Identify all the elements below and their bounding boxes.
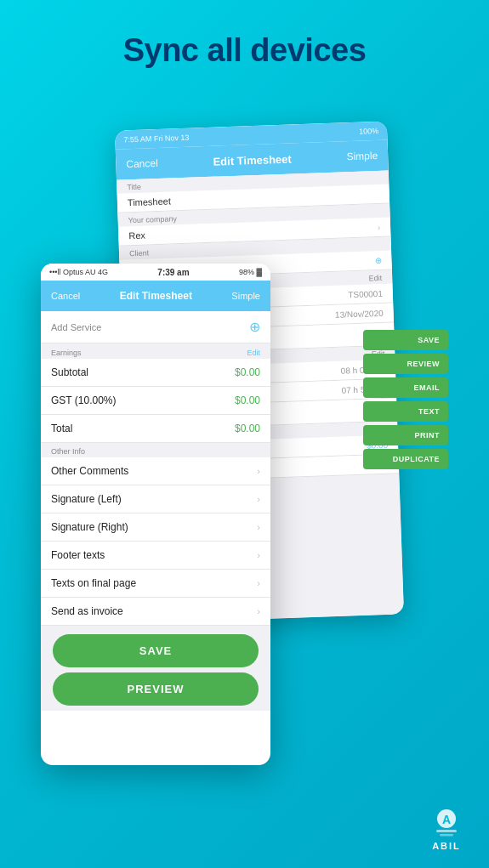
front-simple[interactable]: Simple — [231, 291, 260, 301]
front-row-send-invoice[interactable]: Send as invoice › — [41, 598, 270, 626]
sig-left-chevron: › — [257, 494, 260, 504]
add-service-label: Add Service — [51, 322, 101, 332]
back-simple[interactable]: Simple — [346, 150, 378, 162]
front-content: Add Service ⊕ Earnings Edit Subtotal $0.… — [41, 311, 270, 711]
phone-front: •••ll Optus AU 4G 7:39 am 98% ▓ Cancel E… — [41, 264, 270, 765]
texts-final-label: Texts on final page — [51, 577, 136, 589]
logo-area: A ABIL — [429, 805, 463, 851]
front-row-texts-final[interactable]: Texts on final page › — [41, 570, 270, 598]
front-row-other-comments[interactable]: Other Comments › — [41, 457, 270, 485]
send-invoice-label: Send as invoice — [51, 605, 123, 617]
app-logo-icon: A — [429, 805, 463, 839]
other-comments-chevron: › — [257, 466, 260, 476]
other-comments-label: Other Comments — [51, 465, 128, 477]
subtotal-label: Subtotal — [51, 366, 88, 378]
svg-text:A: A — [442, 813, 451, 826]
front-status-bar: •••ll Optus AU 4G 7:39 am 98% ▓ — [41, 264, 270, 281]
add-service-icon[interactable]: ⊕ — [249, 319, 260, 335]
front-battery: 98% ▓ — [239, 268, 262, 276]
front-nav-bar: Cancel Edit Timesheet Simple — [41, 281, 270, 311]
action-btn-save[interactable]: SAVE — [363, 330, 448, 350]
back-title: Edit Timesheet — [213, 152, 292, 167]
earnings-edit[interactable]: Edit — [247, 349, 260, 357]
front-row-gst: GST (10.00%) $0.00 — [41, 387, 270, 415]
front-row-total: Total $0.00 — [41, 415, 270, 443]
total-value: $0.00 — [235, 423, 260, 434]
front-cancel[interactable]: Cancel — [51, 291, 80, 301]
front-add-service[interactable]: Add Service ⊕ — [41, 311, 270, 343]
footer-texts-chevron: › — [257, 550, 260, 560]
front-row-sig-right[interactable]: Signature (Right) › — [41, 513, 270, 542]
svg-rect-2 — [436, 830, 457, 832]
front-time: 7:39 am — [157, 268, 189, 277]
action-btn-duplicate[interactable]: DUPLICATE — [363, 449, 448, 469]
action-btn-email[interactable]: EMAIL — [363, 377, 448, 398]
total-label: Total — [51, 423, 72, 434]
front-btn-preview[interactable]: PREVIEW — [53, 672, 259, 706]
back-cancel[interactable]: Cancel — [126, 157, 158, 170]
front-other-info-header: Other Info — [41, 443, 270, 457]
page-headline: Sync all devices — [0, 0, 489, 86]
earnings-label: Earnings — [51, 349, 82, 357]
sig-right-chevron: › — [257, 522, 260, 532]
logo-text: ABIL — [432, 841, 461, 851]
send-invoice-chevron: › — [257, 606, 260, 616]
sig-right-label: Signature (Right) — [51, 521, 128, 533]
action-btn-text[interactable]: TEXT — [363, 401, 448, 422]
gst-label: GST (10.00%) — [51, 394, 116, 406]
action-buttons-panel: SAVE REVIEW EMAIL TEXT PRINT DUPLICATE — [363, 330, 448, 469]
back-time: 7:55 AM Fri Nov 13 — [123, 133, 189, 145]
front-row-subtotal: Subtotal $0.00 — [41, 359, 270, 387]
svg-rect-3 — [440, 834, 453, 837]
texts-final-chevron: › — [257, 578, 260, 588]
footer-texts-label: Footer texts — [51, 549, 105, 561]
front-row-sig-left[interactable]: Signature (Left) › — [41, 485, 270, 513]
front-title: Edit Timesheet — [120, 290, 192, 302]
gst-value: $0.00 — [235, 394, 260, 406]
front-earnings-header: Earnings Edit — [41, 343, 270, 359]
action-btn-print[interactable]: PRINT — [363, 425, 448, 445]
action-btn-review[interactable]: REVIEW — [363, 354, 448, 374]
front-btn-save[interactable]: SAVE — [53, 634, 259, 667]
back-battery: 100% — [359, 127, 378, 136]
subtotal-value: $0.00 — [235, 366, 260, 378]
front-signal: •••ll Optus AU 4G — [49, 268, 108, 276]
sig-left-label: Signature (Left) — [51, 493, 122, 505]
front-row-footer-texts[interactable]: Footer texts › — [41, 542, 270, 570]
